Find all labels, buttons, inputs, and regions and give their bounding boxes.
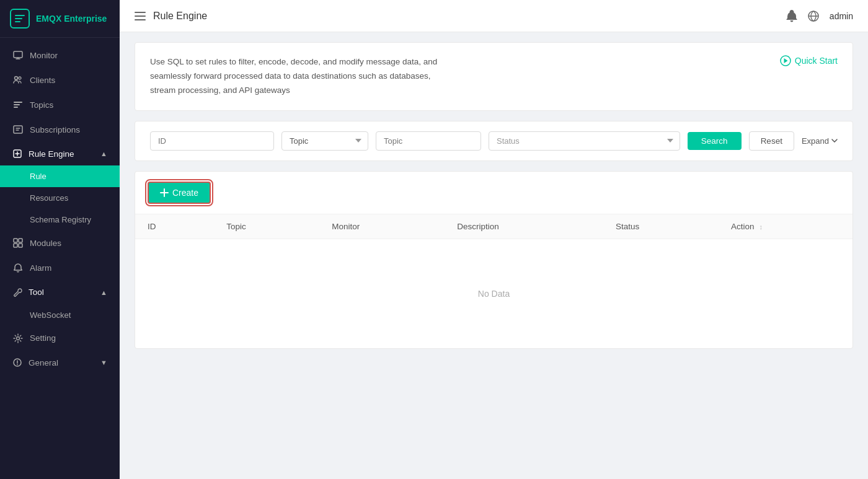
svg-rect-7 (14, 239, 17, 242)
general-chevron: ▼ (100, 359, 107, 366)
sidebar-item-general[interactable]: General ▼ (0, 351, 120, 374)
sidebar: EMQX Enterprise Monitor Clients Topics (0, 0, 120, 479)
rule-engine-chevron: ▲ (100, 150, 107, 157)
main-content: Rule Engine admin Use SQL to set rules t… (120, 0, 868, 479)
setting-icon (12, 333, 24, 344)
sidebar-item-clients[interactable]: Clients (0, 68, 120, 92)
sidebar-subitem-websocket[interactable]: WebSocket (0, 304, 120, 326)
modules-icon (12, 237, 24, 248)
svg-rect-4 (14, 104, 20, 105)
status-dropdown[interactable]: Status (489, 131, 680, 151)
tool-icon (12, 287, 22, 297)
svg-point-2 (19, 77, 21, 79)
app-logo: EMQX Enterprise (0, 0, 120, 38)
user-label[interactable]: admin (830, 11, 853, 21)
sidebar-subitem-websocket-label: WebSocket (30, 310, 71, 320)
sidebar-item-clients-label: Clients (30, 76, 55, 85)
sidebar-item-subscriptions[interactable]: Subscriptions (0, 117, 120, 142)
table-area: Create ID Topic Monitor (135, 171, 853, 349)
menu-toggle-icon[interactable] (135, 9, 146, 22)
sidebar-subitem-resources[interactable]: Resources (0, 187, 120, 209)
page-title: Rule Engine (153, 11, 207, 22)
sidebar-subitem-rule[interactable]: Rule (0, 165, 120, 187)
sort-icon: ↕ (759, 223, 763, 231)
col-topic: Topic (214, 214, 319, 239)
sidebar-item-setting[interactable]: Setting (0, 326, 120, 351)
topbar-left: Rule Engine (135, 9, 207, 22)
svg-point-1 (15, 77, 18, 80)
svg-rect-15 (135, 19, 146, 20)
col-id: ID (135, 214, 214, 239)
topic-input[interactable] (376, 131, 481, 151)
rules-table: ID Topic Monitor Description Status (135, 214, 852, 348)
sidebar-navigation: Monitor Clients Topics Subscriptions (0, 38, 120, 479)
sidebar-item-setting-label: Setting (30, 333, 56, 343)
col-status: Status (603, 214, 719, 239)
no-data-cell: No Data (135, 239, 852, 348)
topbar: Rule Engine admin (120, 0, 868, 32)
svg-point-11 (17, 336, 20, 340)
monitor-icon (12, 50, 24, 61)
table-toolbar: Create (135, 172, 852, 214)
sidebar-item-topics-label: Topics (30, 100, 53, 110)
sidebar-item-subscriptions-label: Subscriptions (30, 125, 80, 134)
alarm-icon (12, 262, 24, 273)
svg-rect-6 (14, 126, 22, 133)
svg-rect-8 (19, 239, 22, 242)
sidebar-subitem-resources-label: Resources (30, 193, 68, 203)
sidebar-item-alarm-label: Alarm (30, 263, 51, 273)
sidebar-item-monitor-label: Monitor (30, 51, 58, 60)
topics-icon (12, 99, 24, 110)
svg-rect-14 (135, 15, 146, 17)
sidebar-item-alarm[interactable]: Alarm (0, 255, 120, 280)
sidebar-item-modules-label: Modules (30, 239, 61, 248)
col-monitor: Monitor (319, 214, 445, 239)
info-banner-text: Use SQL to set rules to filter, encode, … (150, 55, 437, 98)
filter-bar: Topic Status Search Reset Expand (135, 121, 853, 161)
sidebar-item-rule-engine-label: Rule Engine (29, 149, 74, 159)
sidebar-item-general-label: General (29, 358, 58, 367)
sidebar-item-tool[interactable]: Tool ▲ (0, 280, 120, 304)
sidebar-item-modules[interactable]: Modules (0, 231, 120, 255)
expand-button[interactable]: Expand (802, 136, 838, 146)
col-description: Description (445, 214, 603, 239)
sidebar-item-monitor[interactable]: Monitor (0, 43, 120, 68)
topic-dropdown[interactable]: Topic (281, 131, 368, 151)
id-input[interactable] (150, 131, 274, 151)
sidebar-subitem-schema-registry-label: Schema Registry (30, 215, 91, 224)
tool-chevron: ▲ (100, 289, 107, 296)
sidebar-item-tool-label: Tool (29, 288, 44, 297)
notification-icon[interactable] (786, 9, 797, 22)
svg-rect-9 (14, 244, 17, 247)
general-left: General (12, 358, 58, 367)
sidebar-item-topics[interactable]: Topics (0, 92, 120, 117)
svg-rect-5 (14, 107, 18, 108)
page-content: Use SQL to set rules to filter, encode, … (120, 32, 868, 479)
quick-start-button[interactable]: Quick Start (780, 55, 838, 66)
svg-rect-0 (14, 51, 22, 58)
no-data-row: No Data (135, 239, 852, 348)
sidebar-subitem-schema-registry[interactable]: Schema Registry (0, 209, 120, 231)
subscriptions-icon (12, 124, 24, 135)
globe-icon[interactable] (807, 9, 820, 22)
svg-rect-3 (14, 102, 22, 103)
sidebar-subitem-rule-label: Rule (30, 172, 46, 181)
clients-icon (12, 74, 24, 86)
svg-rect-13 (135, 12, 146, 13)
rule-engine-icon (12, 149, 22, 159)
logo-text: EMQX Enterprise (36, 14, 107, 24)
topbar-right: admin (786, 9, 853, 22)
sidebar-item-rule-engine[interactable]: Rule Engine ▲ (0, 142, 120, 165)
col-action: Action ↕ (719, 214, 852, 239)
rule-engine-left: Rule Engine (12, 149, 74, 159)
tool-left: Tool (12, 287, 44, 297)
logo-icon (10, 9, 30, 29)
reset-button[interactable]: Reset (749, 131, 794, 151)
general-icon (12, 358, 22, 367)
create-button[interactable]: Create (148, 182, 211, 204)
svg-rect-10 (19, 244, 22, 247)
search-button[interactable]: Search (688, 132, 742, 150)
info-banner: Use SQL to set rules to filter, encode, … (135, 42, 853, 111)
